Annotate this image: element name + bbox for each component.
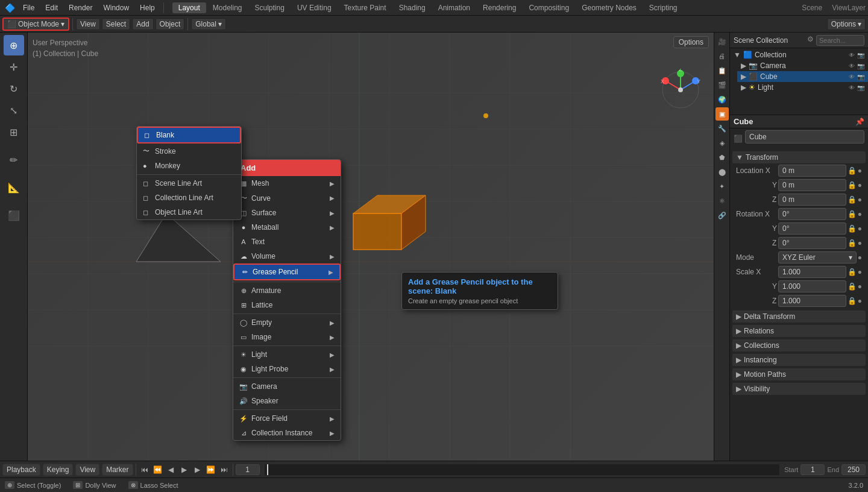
menu-item-metaball[interactable]: ● Metaball ▶	[233, 220, 341, 235]
menu-render[interactable]: Render	[64, 2, 97, 13]
outliner-camera[interactable]: ▶ 📷 Camera 👁 📷	[737, 60, 868, 71]
tab-scripting[interactable]: Scripting	[643, 2, 684, 13]
visibility-header[interactable]: ▶ Visibility	[732, 383, 866, 395]
menu-item-camera[interactable]: 📷 Camera	[233, 379, 341, 394]
scale-x-dot-icon[interactable]: ●	[858, 268, 862, 276]
annotate-tool[interactable]: ✏	[4, 150, 24, 170]
menu-file[interactable]: File	[18, 2, 39, 13]
delta-transform-header[interactable]: ▶ Delta Transform	[732, 311, 866, 323]
options-btn[interactable]: Options	[673, 36, 709, 48]
view-button-tl[interactable]: View	[75, 464, 99, 476]
mode-dot-icon[interactable]: ●	[858, 253, 862, 262]
outliner-search[interactable]	[816, 35, 864, 46]
prop-object-icon[interactable]: ▣	[715, 107, 729, 121]
location-y-dot-icon[interactable]: ●	[858, 181, 862, 189]
tab-texture-paint[interactable]: Texture Paint	[338, 2, 392, 13]
options-button[interactable]: Options ▾	[827, 18, 866, 30]
menu-item-collection-instance[interactable]: ⊿ Collection Instance ▶	[233, 426, 341, 440]
location-y-value[interactable]: 0 m	[778, 179, 846, 191]
prop-world-icon[interactable]: 🌍	[715, 93, 729, 106]
scene-render-icon[interactable]: 📷	[857, 52, 864, 58]
prop-modifiers-icon[interactable]: 🔧	[715, 122, 729, 135]
menu-item-text[interactable]: A Text	[233, 235, 341, 249]
instancing-header[interactable]: ▶ Instancing	[732, 354, 866, 366]
prop-material-icon[interactable]: ⬤	[715, 165, 729, 178]
select-button[interactable]: Select	[102, 18, 130, 30]
location-dot-icon[interactable]: ●	[858, 166, 862, 175]
rotate-tool[interactable]: ↻	[4, 78, 24, 99]
scale-z-dot-icon[interactable]: ●	[858, 297, 862, 305]
frame-start-input[interactable]	[800, 464, 825, 475]
rotation-y-dot-icon[interactable]: ●	[858, 224, 862, 233]
menu-item-grease-pencil[interactable]: ✏ Grease Pencil ▶	[233, 263, 341, 280]
props-pin-icon[interactable]: 📌	[855, 118, 864, 126]
menu-item-force-field[interactable]: ⚡ Force Field ▶	[233, 411, 341, 426]
rotation-mode-value[interactable]: XYZ Euler ▾	[778, 251, 857, 263]
gp-blank[interactable]: ◻ Blank	[137, 127, 241, 144]
prop-scene-icon[interactable]: 🎬	[715, 78, 729, 92]
scale-y-value[interactable]: 1.000	[778, 280, 846, 292]
outliner-cube[interactable]: ▶ ⬛ Cube 👁 📷	[737, 71, 868, 82]
timeline-track[interactable]	[265, 464, 780, 475]
object-button[interactable]: Object	[156, 18, 185, 30]
playback-button[interactable]: Playback	[2, 464, 40, 476]
prop-data-icon[interactable]: ⬟	[715, 151, 729, 164]
marker-button[interactable]: Marker	[102, 464, 133, 476]
menu-item-light-probe[interactable]: ◉ Light Probe ▶	[233, 362, 341, 376]
object-mode-button[interactable]: ⬛ Object Mode ▾	[2, 17, 69, 31]
prop-output-icon[interactable]: 🖨	[715, 49, 729, 63]
tab-rendering[interactable]: Rendering	[477, 2, 522, 13]
add-cube-tool[interactable]: ⬛	[4, 205, 24, 226]
rotation-z-value[interactable]: 0°	[778, 237, 846, 249]
outliner-light[interactable]: ▶ ☀ Light 👁 📷	[737, 82, 868, 93]
location-z-dot-icon[interactable]: ●	[858, 195, 862, 204]
jump-start-button[interactable]: ⏮	[139, 464, 151, 476]
gp-monkey[interactable]: ● Monkey	[137, 159, 241, 173]
transform-section-header[interactable]: ▼ Transform	[732, 151, 866, 163]
prop-particles-icon[interactable]: ✦	[715, 180, 729, 193]
menu-item-volume[interactable]: ☁ Volume ▶	[233, 249, 341, 263]
tab-layout[interactable]: Layout	[172, 2, 206, 13]
jump-end-button[interactable]: ⏭	[218, 464, 230, 476]
menu-item-light[interactable]: ☀ Light ▶	[233, 347, 341, 362]
data-name-input[interactable]	[745, 130, 864, 144]
cursor-tool[interactable]: ⊕	[4, 35, 24, 55]
next-frame-button[interactable]: ⏩	[205, 464, 217, 476]
menu-item-armature[interactable]: ⊕ Armature	[233, 283, 341, 298]
tab-shading[interactable]: Shading	[393, 2, 432, 13]
viewport[interactable]: User Perspective (1) Collection | Cube O…	[28, 33, 714, 461]
menu-help[interactable]: Help	[135, 2, 160, 13]
camera-render-icon[interactable]: 📷	[857, 63, 864, 69]
location-z-value[interactable]: 0 m	[778, 194, 846, 206]
move-tool[interactable]: ✛	[4, 57, 24, 77]
motion-paths-header[interactable]: ▶ Motion Paths	[732, 368, 866, 380]
cube-eye-icon[interactable]: 👁	[849, 74, 855, 80]
scene-eye-icon[interactable]: 👁	[849, 52, 855, 58]
transform-tool[interactable]: ⊞	[4, 122, 24, 142]
scale-z-value[interactable]: 1.000	[778, 295, 846, 307]
prop-render-icon[interactable]: 🎥	[715, 35, 729, 48]
measure-tool[interactable]: 📐	[4, 177, 24, 198]
menu-item-mesh[interactable]: ▦ Mesh ▶	[233, 176, 341, 191]
menu-item-image[interactable]: ▭ Image ▶	[233, 330, 341, 344]
keying-button[interactable]: Keying	[43, 464, 74, 476]
cube-render-icon[interactable]: 📷	[857, 74, 864, 80]
transform-button[interactable]: Global ▾	[191, 18, 226, 30]
tab-compositing[interactable]: Compositing	[523, 2, 575, 13]
gp-object-line-art[interactable]: ◻ Object Line Art	[137, 205, 241, 219]
prev-frame-button[interactable]: ⏪	[152, 464, 164, 476]
gp-scene-line-art[interactable]: ◻ Scene Line Art	[137, 176, 241, 191]
tab-modeling[interactable]: Modeling	[207, 2, 248, 13]
menu-item-curve[interactable]: 〜 Curve ▶	[233, 191, 341, 206]
menu-item-surface[interactable]: ◫ Surface ▶	[233, 206, 341, 220]
tab-animation[interactable]: Animation	[432, 2, 476, 13]
menu-window[interactable]: Window	[98, 2, 134, 13]
scale-tool[interactable]: ⤡	[4, 100, 24, 121]
prop-physics-icon[interactable]: ⚛	[715, 194, 729, 207]
nav-gizmo[interactable]: Y X Z	[659, 69, 702, 111]
play-button[interactable]: ▶	[178, 464, 190, 476]
gp-stroke[interactable]: 〜 Stroke	[137, 144, 241, 159]
relations-header[interactable]: ▶ Relations	[732, 325, 866, 337]
next-keyframe-button[interactable]: ▶	[192, 464, 204, 476]
location-x-value[interactable]: 0 m	[778, 165, 846, 177]
